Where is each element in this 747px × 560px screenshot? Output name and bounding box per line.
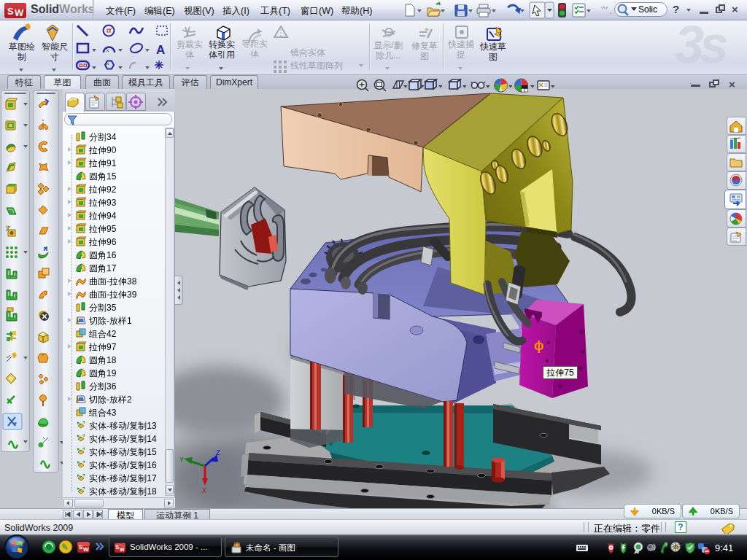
- svg-text:Z: Z: [216, 449, 220, 457]
- svg-text:X: X: [202, 487, 206, 495]
- svg-text:W: W: [15, 7, 24, 18]
- svg-text:9:41: 9:41: [715, 542, 733, 553]
- svg-text:W: W: [120, 547, 125, 552]
- svg-text:Y: Y: [179, 456, 184, 464]
- svg-text:S: S: [116, 545, 120, 550]
- svg-text:A: A: [156, 43, 165, 57]
- svg-text:⺍..: ⺍..: [600, 5, 613, 16]
- svg-text:W: W: [83, 546, 89, 553]
- svg-text:S: S: [7, 6, 14, 17]
- svg-text:ϕ: ϕ: [534, 338, 544, 353]
